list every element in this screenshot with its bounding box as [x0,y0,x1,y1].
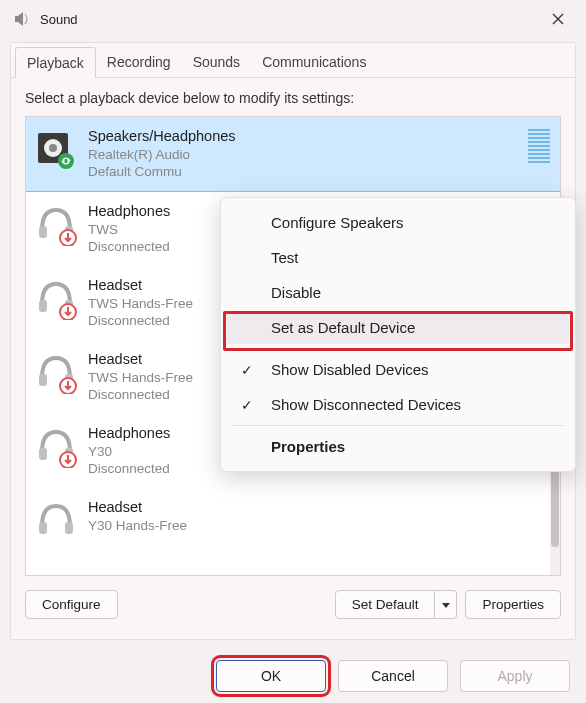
svg-rect-20 [65,522,73,534]
cm-configure-speakers[interactable]: Configure Speakers [227,206,569,239]
tab-sounds[interactable]: Sounds [182,47,251,77]
svg-rect-19 [39,522,47,534]
dialog-button-row: OK Cancel Apply [0,650,586,703]
tab-playback[interactable]: Playback [15,47,96,78]
svg-rect-0 [15,16,18,22]
ok-button[interactable]: OK [216,660,326,692]
svg-point-4 [49,144,57,152]
cm-label: Show Disconnected Devices [271,396,461,413]
headphone-icon [34,350,78,394]
svg-rect-13 [39,374,47,386]
device-name: Speakers/Headphones [88,127,518,146]
set-default-button[interactable]: Set Default [335,590,436,619]
svg-rect-10 [39,300,47,312]
check-icon: ✓ [241,397,253,413]
svg-rect-7 [39,226,47,238]
svg-rect-16 [39,448,47,460]
tab-communications[interactable]: Communications [251,47,377,77]
device-row-speakers[interactable]: Speakers/Headphones Realtek(R) Audio Def… [26,116,560,192]
cm-show-disabled[interactable]: ✓ Show Disabled Devices [227,353,569,386]
properties-button[interactable]: Properties [465,590,561,619]
device-driver: Realtek(R) Audio [88,146,518,164]
instruction-label: Select a playback device below to modify… [25,90,561,106]
cm-separator [233,348,563,349]
headphone-icon [34,276,78,320]
cm-set-default-device[interactable]: Set as Default Device [227,311,569,344]
close-button[interactable] [542,9,574,29]
headphone-icon [34,424,78,468]
titlebar: Sound [0,0,586,36]
cm-test[interactable]: Test [227,241,569,274]
svg-marker-1 [18,12,23,26]
cm-properties[interactable]: Properties [227,430,569,463]
cm-separator [233,425,563,426]
device-name: Headset [88,498,550,517]
cm-disable[interactable]: Disable [227,276,569,309]
cm-show-disconnected[interactable]: ✓ Show Disconnected Devices [227,388,569,421]
headphone-icon [34,498,78,542]
configure-button[interactable]: Configure [25,590,118,619]
device-status: Default Commu [88,163,518,181]
context-menu: Configure Speakers Test Disable Set as D… [220,197,576,472]
tab-recording[interactable]: Recording [96,47,182,77]
svg-marker-21 [442,603,450,608]
sound-icon [12,9,32,29]
cm-label: Show Disabled Devices [271,361,429,378]
cancel-button[interactable]: Cancel [338,660,448,692]
panel-button-row: Configure Set Default Properties [25,590,561,619]
window-title: Sound [40,12,542,27]
device-row-headset-y30-hf[interactable]: Headset Y30 Hands-Free [26,488,560,552]
tab-strip: Playback Recording Sounds Communications [11,43,575,77]
device-driver: Y30 Hands-Free [88,517,550,535]
set-default-dropdown[interactable] [435,590,457,619]
headphone-icon [34,202,78,246]
speaker-icon [34,127,78,171]
level-meter [528,127,550,165]
set-default-split-button[interactable]: Set Default [335,590,458,619]
apply-button[interactable]: Apply [460,660,570,692]
device-labels: Headset Y30 Hands-Free [88,498,550,542]
device-labels: Speakers/Headphones Realtek(R) Audio Def… [88,127,518,181]
check-icon: ✓ [241,362,253,378]
